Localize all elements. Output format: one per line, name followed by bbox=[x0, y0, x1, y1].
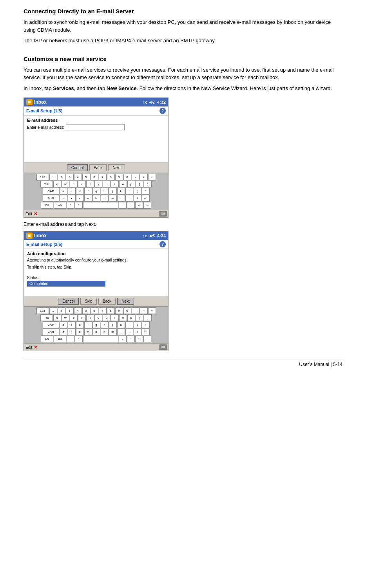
key-t[interactable]: t bbox=[86, 181, 94, 188]
key-d[interactable]: d bbox=[76, 188, 84, 195]
s2-key-b[interactable]: b bbox=[92, 328, 100, 335]
s2-key-backspace[interactable]: ← bbox=[148, 307, 156, 314]
s2-key-w[interactable]: w bbox=[62, 314, 69, 321]
s2-key-f[interactable]: f bbox=[84, 321, 92, 328]
s2-key-a[interactable]: a bbox=[60, 321, 67, 328]
s2-key-123[interactable]: 123 bbox=[36, 307, 49, 314]
s2-key-tab[interactable]: Tab bbox=[40, 314, 53, 321]
key-cap[interactable]: CAP bbox=[43, 188, 59, 195]
s2-key-9[interactable]: 9 bbox=[115, 307, 123, 314]
s2-key-o[interactable]: o bbox=[119, 314, 127, 321]
s2-key-h[interactable]: h bbox=[101, 321, 109, 328]
screen1-next-button[interactable]: Next bbox=[108, 164, 125, 171]
key-f[interactable]: f bbox=[84, 188, 92, 195]
screen1-back-button[interactable]: Back bbox=[89, 164, 107, 171]
s2-key-n[interactable]: n bbox=[101, 328, 109, 335]
key-right[interactable]: → bbox=[143, 202, 151, 209]
key-123[interactable]: 123 bbox=[36, 174, 49, 180]
key-backtick[interactable]: ` bbox=[67, 202, 74, 209]
key-quote[interactable]: ' bbox=[142, 188, 150, 195]
s2-key-quote[interactable]: ' bbox=[142, 321, 150, 328]
key-x[interactable]: x bbox=[68, 195, 76, 202]
key-lbracket[interactable]: [ bbox=[136, 181, 143, 188]
screen2-keyboard-icon[interactable]: ⌨ bbox=[159, 345, 167, 350]
screen1-cancel-button[interactable]: Cancel bbox=[67, 164, 88, 171]
screen1-email-input[interactable] bbox=[66, 124, 125, 130]
key-3[interactable]: 3 bbox=[66, 174, 74, 180]
key-minus[interactable]: - bbox=[132, 174, 140, 180]
key-j[interactable]: j bbox=[109, 188, 117, 195]
s2-key-enter[interactable]: ↵ bbox=[142, 328, 150, 335]
key-a[interactable]: a bbox=[60, 188, 67, 195]
s2-key-ctl[interactable]: Ctl bbox=[41, 335, 53, 342]
s2-key-backslash[interactable]: \ bbox=[75, 335, 83, 342]
s2-key-shift[interactable]: Shift bbox=[43, 328, 59, 335]
s2-key-p[interactable]: p bbox=[127, 314, 135, 321]
key-1[interactable]: 1 bbox=[49, 174, 57, 180]
key-b[interactable]: b bbox=[92, 195, 100, 202]
s2-key-up[interactable]: ↑ bbox=[127, 335, 135, 342]
key-auu[interactable]: áü bbox=[54, 202, 66, 209]
key-8[interactable]: 8 bbox=[107, 174, 115, 180]
key-n[interactable]: n bbox=[101, 195, 109, 202]
s2-key-l[interactable]: l bbox=[125, 321, 133, 328]
s2-key-7[interactable]: 7 bbox=[99, 307, 107, 314]
key-down[interactable]: ↓ bbox=[119, 202, 127, 209]
s2-key-comma[interactable]: , bbox=[117, 328, 125, 335]
key-l[interactable]: l bbox=[125, 188, 133, 195]
key-q[interactable]: q bbox=[53, 181, 61, 188]
s2-key-minus[interactable]: - bbox=[132, 307, 140, 314]
key-equals[interactable]: = bbox=[140, 174, 148, 180]
s2-key-right[interactable]: → bbox=[143, 335, 151, 342]
s2-key-e[interactable]: e bbox=[70, 314, 78, 321]
key-left[interactable]: ← bbox=[135, 202, 143, 209]
key-c[interactable]: c bbox=[76, 195, 84, 202]
key-2[interactable]: 2 bbox=[58, 174, 65, 180]
s2-key-slash[interactable]: / bbox=[134, 328, 141, 335]
key-0[interactable]: 0 bbox=[123, 174, 131, 180]
s2-key-period[interactable]: . bbox=[125, 328, 133, 335]
s2-key-s[interactable]: s bbox=[68, 321, 76, 328]
s2-key-y[interactable]: y bbox=[94, 314, 102, 321]
key-p[interactable]: p bbox=[127, 181, 135, 188]
s2-key-2[interactable]: 2 bbox=[58, 307, 65, 314]
key-y[interactable]: y bbox=[94, 181, 102, 188]
screen2-back-button[interactable]: Back bbox=[98, 298, 116, 305]
key-semicolon[interactable]: ; bbox=[134, 188, 141, 195]
screen2-help-button[interactable]: ? bbox=[159, 241, 166, 247]
key-h[interactable]: h bbox=[101, 188, 109, 195]
s2-key-auu[interactable]: áü bbox=[54, 335, 66, 342]
screen1-close-icon[interactable]: ✕ bbox=[34, 211, 37, 216]
s2-key-d[interactable]: d bbox=[76, 321, 84, 328]
s2-key-t[interactable]: t bbox=[86, 314, 94, 321]
key-period[interactable]: . bbox=[125, 195, 133, 202]
key-tab[interactable]: Tab bbox=[40, 181, 53, 188]
key-s[interactable]: s bbox=[68, 188, 76, 195]
key-space[interactable] bbox=[83, 202, 118, 209]
screen2-next-button[interactable]: Next bbox=[117, 298, 134, 305]
key-backslash[interactable]: \ bbox=[75, 202, 83, 209]
key-shift[interactable]: Shift bbox=[43, 195, 59, 202]
key-5[interactable]: 5 bbox=[82, 174, 90, 180]
s2-key-8[interactable]: 8 bbox=[107, 307, 115, 314]
key-w[interactable]: w bbox=[62, 181, 69, 188]
key-enter[interactable]: ↵ bbox=[142, 195, 150, 202]
s2-key-k[interactable]: k bbox=[117, 321, 125, 328]
s2-key-r[interactable]: r bbox=[78, 314, 86, 321]
s2-key-v[interactable]: v bbox=[84, 328, 92, 335]
key-z[interactable]: z bbox=[60, 195, 67, 202]
s2-key-down[interactable]: ↓ bbox=[119, 335, 127, 342]
s2-key-0[interactable]: 0 bbox=[123, 307, 131, 314]
s2-key-z[interactable]: z bbox=[60, 328, 67, 335]
key-comma[interactable]: , bbox=[117, 195, 125, 202]
key-up[interactable]: ↑ bbox=[127, 202, 135, 209]
s2-key-1[interactable]: 1 bbox=[49, 307, 57, 314]
key-4[interactable]: 4 bbox=[74, 174, 82, 180]
key-r[interactable]: r bbox=[78, 181, 86, 188]
s2-key-3[interactable]: 3 bbox=[66, 307, 74, 314]
screen2-skip-button[interactable]: Skip bbox=[80, 298, 96, 305]
key-rbracket[interactable]: ] bbox=[144, 181, 152, 188]
s2-key-space[interactable] bbox=[83, 335, 118, 342]
key-ctl[interactable]: Ctl bbox=[41, 202, 53, 209]
s2-key-6[interactable]: 6 bbox=[91, 307, 98, 314]
